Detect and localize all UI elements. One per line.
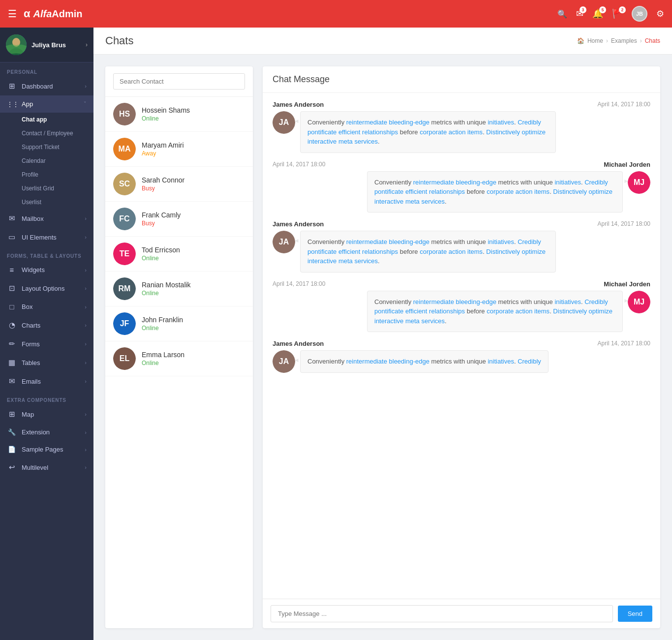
sidebar-item-sample-pages[interactable]: 📄 Sample Pages › <box>0 441 93 458</box>
message-time: April 14, 2017 18:00 <box>273 280 325 288</box>
email-badge: 3 <box>580 6 586 13</box>
sidebar-item-label: Multilevel <box>22 464 80 471</box>
contact-item[interactable]: FC Frank Camly Busy <box>105 202 253 237</box>
breadcrumb-home[interactable]: Home <box>587 37 603 44</box>
sidebar-section-extra: EXTRA COMPONENTS <box>0 391 93 405</box>
message-input[interactable] <box>271 605 613 622</box>
flag-icon[interactable]: 🚩 2 <box>612 8 623 19</box>
contact-name: Emma Larson <box>142 351 184 359</box>
sidebar-item-multilevel[interactable]: ↩ Multilevel › <box>0 458 93 477</box>
sidebar-item-ui-elements[interactable]: ▭ UI Elements › <box>0 228 93 246</box>
contact-item[interactable]: JF John Franklin Online <box>105 306 253 341</box>
message-time: April 14, 2017 18:00 <box>273 161 325 168</box>
sidebar-subitem-contact-employee[interactable]: Contact / Employee <box>0 126 93 140</box>
breadcrumb: 🏠 Home › Examples › Chats <box>577 37 660 44</box>
sidebar-subitem-profile[interactable]: Profile <box>0 168 93 182</box>
sidebar-item-label: Layout Options <box>22 285 80 292</box>
contact-status: Online <box>142 325 183 332</box>
user-avatar[interactable]: JB <box>632 6 647 22</box>
bell-icon[interactable]: 🔔 5 <box>592 8 603 19</box>
message-row: JA Conveniently reintermediate bleeding-… <box>273 350 650 373</box>
brand-logo: α AlfaAdmin <box>24 7 83 20</box>
contact-name: Sarah Connor <box>142 176 184 184</box>
emails-icon: ✉ <box>7 377 17 386</box>
sidebar-item-box[interactable]: □ Box › <box>0 298 93 316</box>
breadcrumb-examples[interactable]: Examples <box>611 37 637 44</box>
sidebar-subitem-calendar[interactable]: Calendar <box>0 154 93 168</box>
contact-item[interactable]: TE Tod Erricson Online <box>105 237 253 272</box>
chevron-right-icon: › <box>85 360 87 366</box>
message-sender: James Anderson <box>273 340 324 347</box>
message-block: April 14, 2017 18:00 Michael Jorden Conv… <box>273 161 650 213</box>
email-icon[interactable]: ✉ 3 <box>576 8 583 19</box>
contact-status: Busy <box>142 185 184 192</box>
sidebar-subitem-userlist-grid[interactable]: Userlist Grid <box>0 182 93 195</box>
sidebar-item-label: Forms <box>22 340 80 348</box>
sidebar-item-widgets[interactable]: ≡ Widgets › <box>0 261 93 279</box>
hamburger-icon[interactable]: ☰ <box>8 8 17 20</box>
chevron-right-icon: › <box>85 285 87 291</box>
contact-avatar: HS <box>113 103 136 125</box>
sidebar-subitem-support-ticket[interactable]: Support Ticket <box>0 140 93 154</box>
search-icon[interactable]: 🔍 <box>557 9 567 19</box>
sidebar-item-layout-options[interactable]: ⊡ Layout Options › <box>0 279 93 298</box>
chevron-right-icon: › <box>85 447 87 453</box>
settings-icon[interactable]: ⚙ <box>656 8 664 19</box>
message-bubble: Conveniently reintermediate bleeding-edg… <box>300 231 556 273</box>
box-icon: □ <box>7 303 17 311</box>
contact-info: John Franklin Online <box>142 316 183 332</box>
contact-item[interactable]: MA Maryam Amiri Away <box>105 132 253 167</box>
sidebar-item-emails[interactable]: ✉ Emails › <box>0 372 93 391</box>
sidebar-item-tables[interactable]: ▦ Tables › <box>0 353 93 372</box>
contact-avatar: RM <box>113 277 136 300</box>
breadcrumb-sep-2: › <box>640 37 642 44</box>
dashboard-icon: ⊞ <box>7 82 17 91</box>
contact-name: Tod Erricson <box>142 246 180 254</box>
contact-name: John Franklin <box>142 316 183 324</box>
sidebar-item-forms[interactable]: ✏ Forms › <box>0 335 93 353</box>
contact-status: Online <box>142 360 184 366</box>
send-button[interactable]: Send <box>618 606 652 622</box>
sidebar-user[interactable]: Juliya Brus › <box>0 28 93 62</box>
sidebar-chevron-icon: › <box>86 41 88 48</box>
search-box <box>105 66 253 97</box>
sidebar-item-charts[interactable]: ◔ Charts › <box>0 316 93 335</box>
breadcrumb-sep-1: › <box>606 37 608 44</box>
contact-list: HS Hossein Shams Online MA Maryam Amiri … <box>105 97 253 376</box>
sidebar-item-label: UI Elements <box>22 234 80 241</box>
message-avatar: JA <box>273 350 295 373</box>
sidebar-item-label: Extension <box>22 428 80 436</box>
sidebar-user-name: Juliya Brus <box>31 41 81 49</box>
contact-item[interactable]: SC Sarah Connor Busy <box>105 167 253 202</box>
content-area: HS Hossein Shams Online MA Maryam Amiri … <box>93 55 672 640</box>
message-meta: April 14, 2017 18:00 Michael Jorden <box>273 280 650 288</box>
contact-item[interactable]: HS Hossein Shams Online <box>105 97 253 132</box>
layout-icon: ⊡ <box>7 284 17 293</box>
brand-name: AlfaAdmin <box>33 8 83 20</box>
chat-header: Chat Message <box>263 66 660 93</box>
message-bubble: Conveniently reintermediate bleeding-edg… <box>367 291 623 333</box>
message-row: Conveniently reintermediate bleeding-edg… <box>273 171 650 213</box>
app-icon: ⋮⋮ <box>7 101 17 108</box>
contact-avatar: SC <box>113 173 136 195</box>
contact-item[interactable]: EL Emma Larson Online <box>105 341 253 376</box>
message-row: JA Conveniently reintermediate bleeding-… <box>273 111 650 153</box>
sidebar-item-mailbox[interactable]: ✉ Mailbox › <box>0 209 93 228</box>
message-block: James Anderson April 14, 2017 18:00 JA C… <box>273 340 650 373</box>
search-input[interactable] <box>113 73 245 90</box>
sidebar-item-map[interactable]: ⊞ Map › <box>0 405 93 424</box>
message-avatar: MJ <box>628 291 650 313</box>
main-wrap: Chats 🏠 Home › Examples › Chats HS Hosse… <box>93 28 672 640</box>
sidebar-item-dashboard[interactable]: ⊞ Dashboard › <box>0 77 93 95</box>
sidebar-item-label: Mailbox <box>22 215 80 222</box>
message-meta: April 14, 2017 18:00 Michael Jorden <box>273 161 650 168</box>
message-avatar: JA <box>273 231 295 253</box>
chat-messages: James Anderson April 14, 2017 18:00 JA C… <box>263 93 660 599</box>
chevron-right-icon: › <box>85 429 87 435</box>
sidebar-subitem-chat-app[interactable]: Chat app <box>0 113 93 126</box>
contact-status: Online <box>142 290 191 297</box>
sidebar-item-app[interactable]: ⋮⋮ App ˅ <box>0 95 93 113</box>
sidebar-item-extension[interactable]: 🔧 Extension › <box>0 424 93 441</box>
sidebar-subitem-userlist[interactable]: Userlist <box>0 195 93 209</box>
contact-item[interactable]: RM Ranian Mostalik Online <box>105 272 253 306</box>
